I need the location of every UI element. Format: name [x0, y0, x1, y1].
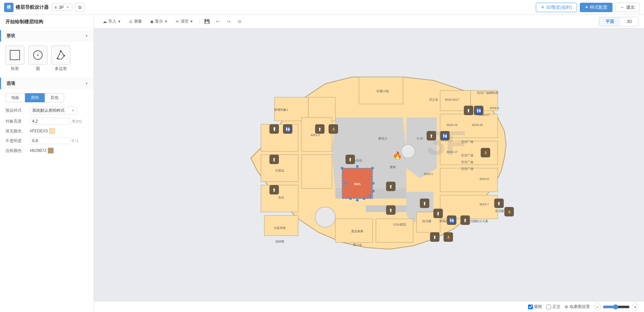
shapes-section-header[interactable]: 形状 ▼ — [0, 30, 94, 42]
toolbar-redo[interactable]: ↪ — [224, 17, 234, 26]
trace-settings[interactable]: ⚙ 临摹图设置 — [565, 304, 590, 310]
toolbar-clear[interactable]: ✏ 清空 ▼ — [172, 17, 197, 26]
svg-point-41 — [315, 207, 335, 227]
topbar-right: ✈ 3D预览(临时) ✦ 样式配置 ← 退出 — [536, 3, 640, 12]
svg-text:贝之岛: 贝之岛 — [429, 98, 438, 101]
prop-border-color: 边框颜色 #B29B72 — [0, 146, 94, 155]
svg-text:3016-25: 3016-25 — [472, 123, 483, 127]
zoom-out-button[interactable]: − — [594, 304, 601, 310]
svg-point-3 — [57, 58, 58, 59]
svg-text:擦珠: 擦珠 — [390, 165, 396, 169]
preset-style-selector[interactable]: 系统默认房间样式 ▼ — [30, 107, 77, 114]
height-label: 对象高度 — [5, 119, 30, 124]
polygon-label: 多边形 — [55, 66, 67, 72]
height-unit: 米(m) — [72, 119, 82, 124]
fill-color-swatch[interactable] — [49, 128, 55, 134]
svg-text:大蒜米线: 大蒜米线 — [273, 226, 286, 230]
prop-preset-style: 预设样式 系统默认房间样式 ▼ — [0, 105, 94, 116]
svg-rect-25 — [376, 219, 413, 242]
svg-text:🧍: 🧍 — [482, 150, 488, 156]
floor-selector[interactable]: ≡ 3F ▼ — [51, 4, 72, 11]
svg-text:🚻: 🚻 — [449, 218, 455, 224]
svg-point-31 — [341, 167, 343, 170]
prop-fill-color: 填充颜色 #FEDEA3 — [0, 126, 94, 136]
svg-text:百乐广场: 百乐广场 — [461, 167, 473, 171]
options-section-header[interactable]: 选项 ▼ — [0, 78, 94, 89]
svg-point-40 — [372, 182, 375, 185]
svg-point-42 — [401, 145, 415, 158]
svg-text:🧍: 🧍 — [506, 209, 512, 215]
clear-dropdown-icon: ▼ — [190, 20, 193, 23]
btn-style-config[interactable]: ✦ 样式配置 — [580, 3, 613, 12]
orthogonal-checkbox[interactable] — [546, 305, 551, 309]
toolbar-import[interactable]: ☁ 导入 ▼ — [99, 17, 124, 26]
toolbar-measure[interactable]: ⊙ 测量 — [126, 17, 145, 26]
svg-point-35 — [349, 197, 352, 200]
zoom-slider[interactable] — [603, 304, 630, 310]
rect-label: 矩形 — [11, 66, 19, 72]
toolbar-display[interactable]: ◉ 显示 ▼ — [147, 17, 171, 26]
tab-room[interactable]: 房间 — [25, 93, 45, 102]
svg-rect-28 — [302, 155, 332, 188]
preset-dropdown-icon: ▼ — [71, 109, 75, 112]
shapes-grid: 矩形 圆 — [0, 42, 94, 76]
svg-point-39 — [372, 190, 375, 192]
snap-checkbox-item[interactable]: 吸附 — [528, 304, 542, 310]
toolbar-save[interactable]: 💾 — [202, 17, 212, 26]
canvas-toolbar: ☁ 导入 ▼ ⊙ 测量 ◉ 显示 ▼ ✏ 清空 ▼ 💾 ↩ ↪ ⧉ — [94, 15, 644, 28]
svg-text:⬆: ⬆ — [467, 108, 471, 113]
svg-text:扶元楼: 扶元楼 — [422, 219, 431, 223]
svg-text:3001-2: 3001-2 — [310, 133, 319, 137]
floor-plan-svg: 3F 新增对象1 柠檬小镇 3001-2 蜜说士 鱼伯伯 石莲边 擦珠 3021… — [217, 50, 521, 280]
svg-point-4 — [60, 50, 62, 52]
circle-preview — [28, 46, 47, 64]
btn-exit[interactable]: ← 退出 — [615, 3, 640, 12]
shape-circle[interactable]: 圆 — [28, 46, 47, 72]
zoom-in-button[interactable]: + — [632, 304, 639, 310]
gear-button[interactable]: ⚙ — [75, 3, 85, 12]
tab-floor[interactable]: 地板 — [5, 93, 25, 102]
tab-other[interactable]: 其他 — [45, 93, 64, 102]
svg-text:石莲边: 石莲边 — [275, 169, 284, 172]
svg-text:⬆: ⬆ — [429, 133, 433, 139]
svg-text:百乐广场: 百乐广场 — [461, 154, 473, 157]
topbar: 楼 楼层导航设计器 ≡ 3F ▼ ⚙ ✈ 3D预览(临时) ✦ 样式配置 ← 退… — [0, 0, 644, 15]
btn-3d-preview[interactable]: ✈ 3D预览(临时) — [536, 3, 577, 12]
fill-color-label: 填充颜色 — [5, 128, 30, 134]
svg-text:⬆: ⬆ — [436, 211, 440, 216]
svg-point-38 — [368, 194, 371, 197]
svg-rect-17 — [264, 215, 298, 236]
toolbar-divider-1 — [199, 18, 200, 25]
border-color-swatch[interactable] — [48, 148, 54, 154]
import-dropdown-icon: ▼ — [118, 20, 121, 23]
svg-text:⬆: ⬆ — [348, 157, 352, 162]
svg-text:3016-15: 3016-15 — [446, 123, 457, 127]
shape-rect[interactable]: 矩形 — [5, 46, 24, 72]
measure-icon: ⊙ — [129, 19, 133, 24]
svg-text:CGV影院: CGV影院 — [393, 223, 406, 226]
opacity-input[interactable]: 0.9 — [30, 137, 70, 144]
opacity-label: 不透明度 — [5, 138, 30, 144]
zoom-controls: − + — [594, 304, 639, 310]
settings-gear-icon: ⚙ — [565, 305, 568, 309]
svg-point-5 — [64, 55, 65, 57]
floor-canvas[interactable]: 3F 新增对象1 柠檬小镇 3001-2 蜜说士 鱼伯伯 石莲边 擦珠 3021… — [94, 28, 644, 301]
svg-text:🔥: 🔥 — [393, 151, 402, 160]
view-tab-3d[interactable]: 3D — [620, 17, 638, 26]
snap-checkbox[interactable] — [528, 305, 533, 309]
svg-text:柠檬小镇: 柠檬小镇 — [377, 89, 389, 93]
app-title: 楼层导航设计器 — [16, 4, 49, 10]
floor-label: 3F — [59, 5, 64, 10]
eye-icon: ◉ — [150, 19, 153, 24]
toolbar-copy[interactable]: ⧉ — [235, 17, 244, 26]
svg-point-34 — [344, 182, 347, 185]
orthogonal-checkbox-item[interactable]: 正交 — [546, 304, 560, 310]
svg-rect-0 — [10, 50, 20, 60]
shape-polygon[interactable]: 多边形 — [51, 46, 70, 72]
toolbar-undo[interactable]: ↩ — [213, 17, 223, 26]
shapes-arrow-icon: ▼ — [85, 34, 88, 38]
canvas-area: ☁ 导入 ▼ ⊙ 测量 ◉ 显示 ▼ ✏ 清空 ▼ 💾 ↩ ↪ ⧉ — [94, 15, 644, 312]
star-icon: ✦ — [585, 5, 589, 10]
height-input[interactable]: 4.2 — [30, 118, 70, 125]
view-tab-flat[interactable]: 平面 — [599, 17, 620, 26]
